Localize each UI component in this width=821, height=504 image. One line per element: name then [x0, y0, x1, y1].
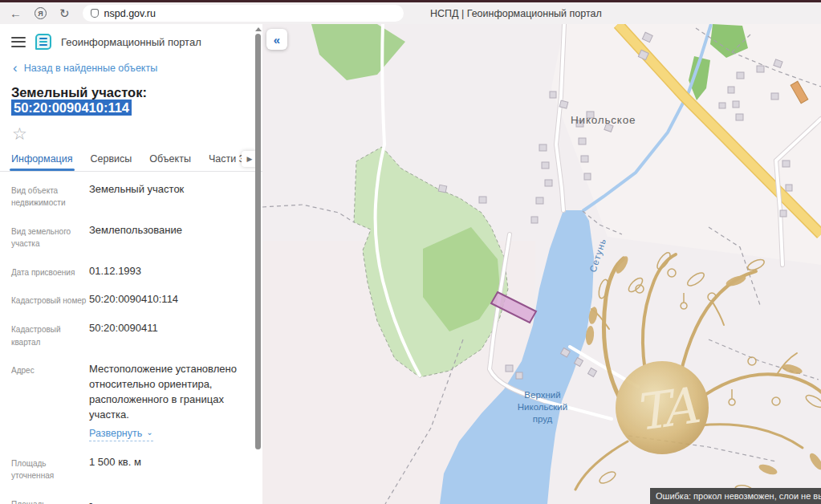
scrollbar-thumb[interactable] [255, 34, 261, 449]
browser-toolbar: ← Я ↻ nspd.gov.ru НСПД | Геоинформационн… [0, 0, 821, 24]
field-value: Местоположение установлено относительно … [89, 362, 251, 441]
field-value: Землепользование [89, 223, 182, 250]
field-row: Вид объекта недвижимости Земельный участ… [0, 175, 262, 216]
address-text: Местоположение установлено относительно … [89, 362, 251, 422]
expand-address-link[interactable]: Развернуть ⌄ [89, 426, 153, 441]
back-chevron-icon: ‹ [13, 64, 18, 72]
app-title: Геоинформационный портал [61, 36, 201, 48]
map-label-pond: Верхний Никольский пруд [508, 389, 577, 425]
map-graphics: ТА [262, 24, 821, 504]
favorite-star-icon[interactable]: ☆ [0, 117, 262, 145]
error-toast: Ошибка: прокол невозможен, слои не выбра… [650, 488, 821, 504]
field-row: Площадь декларированная - [0, 489, 262, 504]
attributes-list: Вид объекта недвижимости Земельный участ… [0, 172, 262, 504]
map-label-settlement: Никольское [571, 114, 636, 126]
field-row: Дата присвоения 01.12.1993 [0, 257, 262, 286]
field-label: Дата присвоения [11, 264, 89, 279]
tab-bar: Информация Сервисы Объекты Части ЗУ Сост… [0, 145, 262, 172]
map-canvas[interactable]: ТА « Никольское Сетунь Верхний Никольски… [262, 24, 821, 504]
expand-link-label: Развернуть [89, 426, 142, 441]
field-row: Площадь уточненная 1 500 кв. м [0, 448, 262, 489]
back-link-label: Назад в найденные объекты [24, 63, 157, 74]
object-type-label: Земельный участок: [11, 85, 147, 100]
panel-header: Геоинформационный портал [0, 24, 262, 55]
site-security-icon [91, 9, 99, 18]
chevron-down-icon: ⌄ [146, 427, 152, 439]
portal-logo-icon [35, 34, 51, 50]
browser-tab-title: НСПД | Геоинформационный портал [430, 8, 602, 19]
cadastral-number-highlight: 50:20:0090410:114 [11, 100, 132, 116]
browser-back-icon[interactable]: ← [10, 7, 22, 19]
field-label: Площадь декларированная [11, 496, 89, 504]
field-label: Вид земельного участка [11, 223, 89, 250]
panel-scrollbar [254, 26, 262, 502]
field-value: 50:20:0090411 [89, 321, 158, 348]
url-text: nspd.gov.ru [104, 8, 156, 19]
page-title: Земельный участок: 50:20:0090410:114 [0, 75, 262, 117]
field-value: 1 500 кв. м [89, 455, 141, 482]
back-to-results-link[interactable]: ‹ Назад в найденные объекты [0, 55, 262, 75]
collapse-panel-button[interactable]: « [266, 29, 287, 50]
field-row: Вид земельного участка Землепользование [0, 216, 262, 257]
field-value: - [89, 496, 92, 504]
field-value: 50:20:0090410:114 [89, 292, 178, 307]
browser-home-icon[interactable]: Я [35, 7, 47, 19]
field-row-address: Адрес Местоположение установлено относит… [0, 356, 262, 449]
menu-icon[interactable] [11, 37, 26, 47]
tab-services[interactable]: Сервисы [91, 153, 132, 171]
browser-refresh-icon[interactable]: ↻ [59, 7, 70, 19]
field-row: Кадастровый номер 50:20:0090410:114 [0, 286, 262, 315]
field-row: Кадастровый квартал 50:20:0090411 [0, 315, 262, 356]
field-label: Адрес [11, 362, 89, 441]
tab-information[interactable]: Информация [11, 153, 73, 171]
field-value: 01.12.1993 [89, 264, 141, 279]
address-bar[interactable]: nspd.gov.ru [83, 5, 404, 22]
tab-objects[interactable]: Объекты [149, 153, 191, 171]
field-label: Вид объекта недвижимости [11, 182, 89, 209]
info-panel: Геоинформационный портал ‹ Назад в найде… [0, 24, 262, 504]
field-label: Площадь уточненная [11, 455, 89, 482]
scrollbar-up-arrow[interactable] [255, 27, 262, 31]
field-value: Земельный участок [89, 182, 184, 209]
field-label: Кадастровый номер [11, 292, 89, 307]
field-label: Кадастровый квартал [11, 321, 89, 348]
